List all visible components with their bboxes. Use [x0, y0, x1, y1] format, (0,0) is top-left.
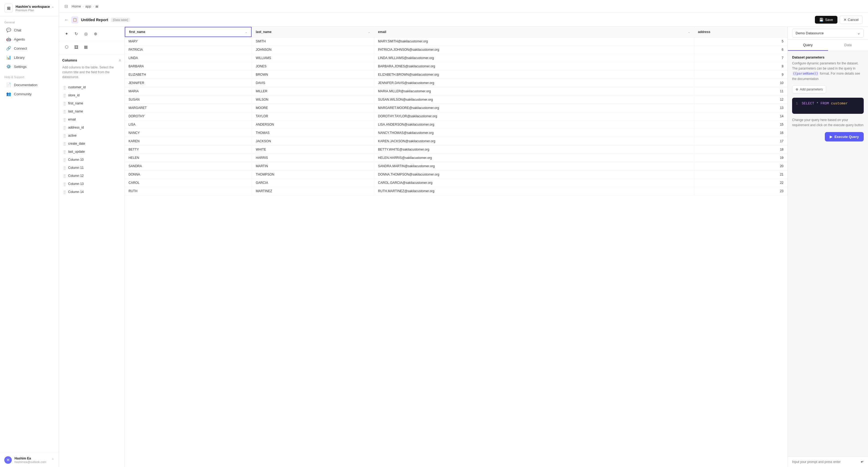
image-icon-btn[interactable]: 🖼 [72, 43, 81, 51]
drag-handle-icon[interactable]: ⣿ [63, 158, 66, 162]
tab-query[interactable]: Query [788, 40, 828, 51]
edit-column-button[interactable]: ✎ [102, 117, 107, 122]
sort-icon-email[interactable]: ⌄ [688, 30, 690, 34]
sidebar-item-library[interactable]: 📊 Library [2, 53, 57, 62]
delete-column-button[interactable]: 🗑 [115, 157, 120, 162]
edit-column-button[interactable]: ✎ [102, 85, 107, 90]
back-button[interactable]: ← [64, 18, 69, 22]
delete-column-button[interactable]: 🗑 [115, 101, 120, 106]
drag-handle-icon[interactable]: ⣿ [63, 166, 66, 170]
edit-column-button[interactable]: ✎ [102, 93, 107, 98]
delete-column-button[interactable]: 🗑 [115, 125, 120, 130]
view-column-button[interactable]: 👁 [108, 157, 114, 162]
drag-handle-icon[interactable]: ⣿ [63, 190, 66, 194]
add-parameters-button[interactable]: ⊕ Add parameters [792, 85, 826, 93]
drag-handle-icon[interactable]: ⣿ [63, 126, 66, 129]
edit-column-button[interactable]: ✎ [102, 189, 107, 194]
edit-column-button[interactable]: ✎ [102, 133, 107, 138]
view-column-button[interactable]: 👁 [108, 189, 114, 194]
delete-column-button[interactable]: 🗑 [115, 165, 120, 170]
sidebar-toggle-icon[interactable]: ⊟ [64, 4, 68, 9]
delete-column-button[interactable]: 🗑 [115, 133, 120, 138]
edit-column-button[interactable]: ✎ [102, 173, 107, 178]
sidebar-item-chat[interactable]: 💬 Chat [2, 26, 57, 35]
table-row: LISA ANDERSON LISA.ANDERSON@sakilacustom… [125, 120, 787, 129]
sidebar-item-community[interactable]: 👥 Community [2, 89, 57, 98]
delete-column-button[interactable]: 🗑 [115, 117, 120, 122]
breadcrumb-ai[interactable]: ai [95, 4, 98, 8]
cancel-button[interactable]: ✕ Cancel [840, 16, 863, 24]
view-column-button[interactable]: 👁 [108, 141, 114, 146]
sidebar-item-connect[interactable]: 🔗 Connect [2, 44, 57, 53]
edit-column-button[interactable]: ✎ [102, 109, 107, 114]
drag-handle-icon[interactable]: ⣿ [63, 93, 66, 97]
prompt-input[interactable] [792, 460, 861, 464]
tab-data[interactable]: Data [828, 40, 868, 51]
view-column-button[interactable]: 👁 [108, 133, 114, 138]
globe-icon-btn[interactable]: ⊕ [91, 30, 100, 38]
drag-handle-icon[interactable]: ⣿ [63, 85, 66, 89]
view-column-button[interactable]: 👁 [108, 125, 114, 130]
drag-handle-icon[interactable]: ⣿ [63, 134, 66, 138]
view-column-button[interactable]: 👁 [108, 109, 114, 114]
view-column-button[interactable]: 👁 [108, 85, 114, 90]
user-chevron-icon[interactable]: ⌃ [51, 458, 55, 462]
save-button[interactable]: 💾 Save [815, 16, 837, 24]
drag-handle-icon[interactable]: ⣿ [63, 101, 66, 106]
drag-handle-icon[interactable]: ⣿ [63, 142, 66, 146]
edit-column-button[interactable]: ✎ [102, 101, 107, 106]
edit-column-button[interactable]: ✎ [102, 125, 107, 130]
drag-handle-icon[interactable]: ⣿ [63, 110, 66, 114]
data-table-area[interactable]: first_name ⌄ last_name ⌄ [125, 27, 787, 467]
breadcrumb-home[interactable]: Home [72, 4, 81, 8]
delete-column-button[interactable]: 🗑 [115, 85, 120, 90]
user-profile[interactable]: H Hashim Ea hashimea@outlook.com [4, 456, 46, 464]
delete-column-button[interactable]: 🗑 [115, 93, 120, 98]
view-column-button[interactable]: 👁 [108, 117, 114, 122]
view-column-button[interactable]: 👁 [108, 93, 114, 98]
view-column-button[interactable]: 👁 [108, 165, 114, 170]
refresh-icon-btn[interactable]: ↻ [72, 30, 81, 38]
drag-handle-icon[interactable]: ⣿ [63, 182, 66, 186]
th-first-name-inner[interactable]: first_name ⌄ [125, 27, 252, 37]
sidebar-item-docs[interactable]: 📄 Documentation [2, 80, 57, 89]
edit-column-button[interactable]: ✎ [102, 165, 107, 170]
edit-column-button[interactable]: ✎ [102, 181, 107, 186]
sidebar-item-settings[interactable]: ⚙️ Settings [2, 62, 57, 71]
query-hint: Change your query here based on your req… [792, 118, 864, 128]
execute-query-button[interactable]: ▶ Execute Query [825, 132, 864, 141]
collapse-icon[interactable]: ∧ [119, 58, 121, 62]
table-icon-btn[interactable]: ▦ [82, 43, 90, 51]
view-column-button[interactable]: 👁 [108, 149, 114, 154]
drag-handle-icon[interactable]: ⣿ [63, 174, 66, 178]
edit-column-button[interactable]: ✎ [102, 141, 107, 146]
th-email-inner[interactable]: email ⌄ [374, 27, 694, 36]
pie-chart-icon-btn[interactable]: ◎ [82, 30, 90, 38]
delete-column-button[interactable]: 🗑 [115, 149, 120, 154]
drag-handle-icon[interactable]: ⣿ [63, 150, 66, 154]
delete-column-button[interactable]: 🗑 [115, 189, 120, 194]
breadcrumb-app[interactable]: app [85, 4, 91, 8]
delete-column-button[interactable]: 🗑 [115, 181, 120, 186]
edit-column-button[interactable]: ✎ [102, 157, 107, 162]
query-editor[interactable]: 1 SELECT * FROM customer [792, 98, 864, 114]
sort-icon-first-name[interactable]: ⌄ [245, 30, 247, 34]
th-address-inner[interactable]: address [694, 27, 787, 36]
delete-column-button[interactable]: 🗑 [115, 173, 120, 178]
cancel-icon: ✕ [844, 18, 846, 22]
datasource-select[interactable]: Demo Datasource ⌄ [792, 29, 864, 37]
view-column-button[interactable]: 👁 [108, 101, 114, 106]
sidebar-item-agents[interactable]: 🤖 Agents [2, 35, 57, 44]
delete-column-button[interactable]: 🗑 [115, 109, 120, 114]
view-column-button[interactable]: 👁 [108, 173, 114, 178]
shield-icon-btn[interactable]: ⬡ [62, 43, 71, 51]
sort-icon-last-name[interactable]: ⌄ [368, 30, 370, 34]
drag-handle-icon[interactable]: ⣿ [63, 118, 66, 122]
workspace-chevron-icon[interactable]: ⌃ [51, 6, 55, 10]
scatter-chart-icon-btn[interactable]: ✦ [62, 30, 71, 38]
edit-column-button[interactable]: ✎ [102, 149, 107, 154]
view-column-button[interactable]: 👁 [108, 181, 114, 186]
column-item-left: ⣿ Column 14 [63, 190, 84, 194]
th-last-name-inner[interactable]: last_name ⌄ [252, 27, 374, 36]
delete-column-button[interactable]: 🗑 [115, 141, 120, 146]
